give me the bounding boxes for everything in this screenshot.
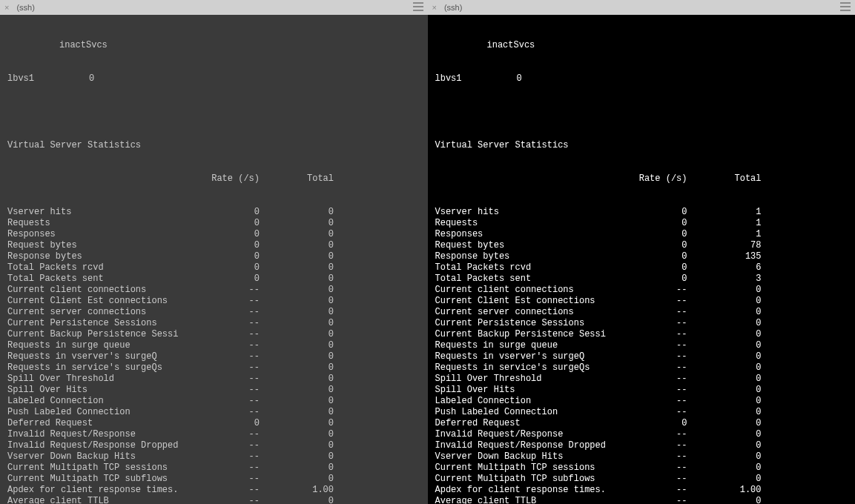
stat-row: Request bytes00	[7, 240, 420, 251]
stat-row: Requests in surge queue--0	[7, 340, 420, 351]
stat-total: 1	[687, 218, 762, 229]
stat-row: Requests in surge queue--0	[435, 340, 848, 351]
stat-row: Requests in vserver's surgeQ--0	[435, 351, 848, 362]
stat-rate: 0	[628, 418, 687, 429]
stat-rate: --	[628, 496, 687, 504]
stat-label: Spill Over Threshold	[7, 374, 200, 385]
stat-total: 0	[687, 351, 762, 362]
stat-total: 0	[260, 474, 334, 485]
stat-rate: --	[200, 385, 260, 396]
stat-label: Current Client Est connections	[7, 296, 200, 307]
stat-label: Invalid Request/Response	[7, 429, 200, 440]
stat-row: Current Persistence Sessions--0	[7, 318, 420, 329]
stat-rate: 0	[628, 262, 687, 273]
stat-rate: --	[200, 396, 260, 407]
stat-label: Vserver Down Backup Hits	[7, 451, 200, 462]
stat-total: 0	[260, 462, 334, 474]
terminal-right[interactable]: inactSvcs lbvs10 Virtual Server Statisti…	[428, 15, 856, 504]
stat-label: Vserver hits	[7, 207, 200, 218]
stat-label: Push Labeled Connection	[435, 407, 628, 418]
stat-rate: --	[628, 440, 687, 451]
stat-row: Vserver hits01	[435, 207, 848, 218]
tab-title: (ssh)	[16, 3, 34, 12]
stat-total: 0	[687, 462, 762, 474]
stat-row: Requests in service's surgeQs--0	[7, 362, 420, 374]
stat-rate: --	[200, 285, 260, 296]
stat-row: Current Backup Persistence Sessi--0	[7, 329, 420, 340]
stat-total: 0	[260, 340, 334, 351]
stat-row: Current Multipath TCP sessions--0	[435, 462, 848, 474]
stat-label: Push Labeled Connection	[7, 407, 200, 418]
stat-total: 0	[260, 273, 334, 285]
stat-row: Vserver Down Backup Hits--0	[7, 451, 420, 462]
menu-icon[interactable]	[840, 2, 851, 11]
stat-row: Push Labeled Connection--0	[435, 407, 848, 418]
stat-total: 0	[260, 396, 334, 407]
stat-label: Invalid Request/Response Dropped	[7, 440, 200, 451]
stat-rate: --	[200, 318, 260, 329]
stat-rate: --	[628, 462, 687, 474]
stat-rate: --	[628, 429, 687, 440]
stat-label: Requests	[7, 218, 200, 229]
stat-total: 0	[687, 307, 762, 318]
stat-total: 0	[260, 362, 334, 374]
stat-row: Labeled Connection--0	[7, 396, 420, 407]
stat-row: Responses00	[7, 229, 420, 240]
stat-rate: 0	[200, 418, 260, 429]
stat-total: 0	[260, 262, 334, 273]
stat-rate: --	[628, 329, 687, 340]
stat-label: Current Client Est connections	[435, 296, 628, 307]
stat-rate: 0	[628, 273, 687, 285]
stat-rate: 0	[628, 207, 687, 218]
lbvs-label: lbvs1	[7, 73, 89, 84]
stat-total: 0	[687, 429, 762, 440]
stat-row: Vserver hits00	[7, 207, 420, 218]
stat-total: 0	[260, 296, 334, 307]
titlebar-right: × (ssh)	[428, 0, 856, 15]
stat-total: 0	[260, 385, 334, 396]
stat-rate: 0	[628, 251, 687, 262]
stat-row: Current Multipath TCP subflows--0	[7, 474, 420, 485]
stat-rate: --	[200, 429, 260, 440]
stat-row: Average client TTLB--0	[435, 496, 848, 504]
terminal-left[interactable]: inactSvcs lbvs10 Virtual Server Statisti…	[0, 15, 428, 504]
total-header: Total	[687, 173, 762, 185]
stat-row: Spill Over Threshold--0	[7, 374, 420, 385]
stat-row: Current Client Est connections--0	[7, 296, 420, 307]
stats-title: Virtual Server Statistics	[7, 140, 420, 151]
stat-label: Spill Over Threshold	[435, 374, 628, 385]
stat-total: 0	[260, 407, 334, 418]
stat-rate: --	[628, 307, 687, 318]
stat-total: 0	[687, 418, 762, 429]
stat-label: Invalid Request/Response Dropped	[435, 440, 628, 451]
stat-label: Apdex for client response times.	[7, 485, 200, 496]
stat-total: 0	[260, 440, 334, 451]
stat-row: Requests in vserver's surgeQ--0	[7, 351, 420, 362]
stat-row: Average client TTLB--0	[7, 496, 420, 504]
inact-value: 0	[89, 73, 94, 84]
stat-total: 0	[687, 318, 762, 329]
stat-rate: --	[628, 318, 687, 329]
stat-label: Vserver Down Backup Hits	[435, 451, 628, 462]
stat-rate: --	[200, 496, 260, 504]
stat-total: 6	[687, 262, 762, 273]
stat-row: Current client connections--0	[435, 285, 848, 296]
stat-rate: --	[200, 440, 260, 451]
stat-label: Requests	[435, 218, 628, 229]
stat-label: Invalid Request/Response	[435, 429, 628, 440]
stat-rate: --	[628, 374, 687, 385]
stat-total: 0	[260, 240, 334, 251]
close-icon[interactable]: ×	[4, 3, 9, 12]
stat-row: Apdex for client response times.--1.00	[435, 485, 848, 496]
stat-row: Current client connections--0	[7, 285, 420, 296]
stat-total: 1	[687, 229, 762, 240]
stat-total: 0	[687, 285, 762, 296]
stat-row: Labeled Connection--0	[435, 396, 848, 407]
right-pane: × (ssh) inactSvcs lbvs10 Virtual Server …	[428, 0, 856, 504]
stat-rate: --	[628, 285, 687, 296]
stat-rate: --	[200, 329, 260, 340]
stat-row: Response bytes00	[7, 251, 420, 262]
stat-rate: --	[200, 296, 260, 307]
close-icon[interactable]: ×	[432, 3, 437, 12]
menu-icon[interactable]	[413, 2, 423, 11]
